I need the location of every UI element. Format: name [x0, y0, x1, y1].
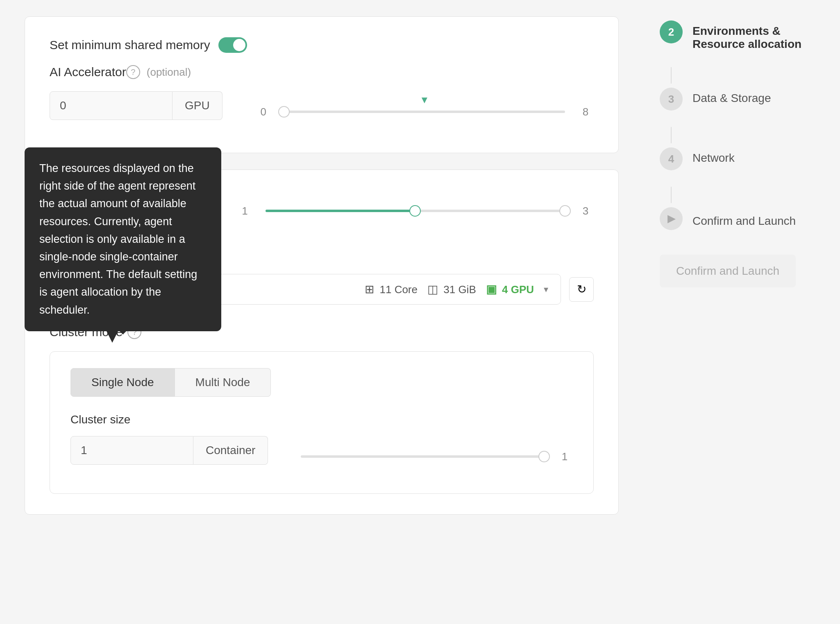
- mem-count: 31: [443, 283, 455, 296]
- step-environments: 2 Environments & Resource allocation: [660, 20, 824, 51]
- step-2-number: 2: [668, 26, 674, 38]
- step-3-circle: 3: [660, 88, 683, 111]
- step-network: 4 Network: [660, 147, 824, 170]
- ai-accelerator-card: Set minimum shared memory AI Accelerator…: [25, 16, 619, 153]
- cluster-size-input[interactable]: [70, 436, 193, 465]
- ai-accelerator-optional: (optional): [147, 66, 191, 79]
- ai-accelerator-input[interactable]: [50, 91, 173, 120]
- core-count: 11: [379, 283, 391, 296]
- ai-accelerator-slider-container: 0 ▼ 8: [255, 106, 594, 118]
- step-connector-4-launch: [671, 187, 672, 203]
- ai-slider-max: 8: [577, 106, 594, 118]
- tooltip-text: The resources displayed on the right sid…: [39, 162, 197, 316]
- cluster-size-slider[interactable]: [301, 455, 544, 458]
- sidebar: 2 Environments & Resource allocation 3 D…: [643, 0, 840, 624]
- step-connector-3-4: [671, 127, 672, 143]
- refresh-icon: ↻: [577, 283, 586, 296]
- cluster-size-slider-container: 1: [301, 450, 573, 463]
- step-3-number: 3: [668, 93, 674, 106]
- confirm-launch-button[interactable]: Confirm and Launch: [660, 255, 796, 287]
- slider-dropdown-arrow: ▼: [420, 94, 429, 106]
- worker-slider-min: 1: [237, 205, 253, 217]
- ai-accelerator-label: AI Accelerator: [50, 65, 126, 79]
- step-2-circle: 2: [660, 20, 683, 43]
- mem-unit: GiB: [458, 283, 476, 296]
- core-spec: ⊞ 11 Core: [365, 283, 418, 296]
- worker-slider-max: 3: [577, 205, 594, 217]
- gpu-unit: GPU: [511, 283, 534, 296]
- step-confirm-launch: ▶ Confirm and Launch: [660, 207, 824, 230]
- step-connector-2-3: [671, 67, 672, 84]
- cluster-size-input-row: Container: [70, 436, 268, 465]
- mem-icon: ◫: [427, 283, 438, 296]
- ai-accelerator-input-row: GPU: [50, 91, 222, 120]
- core-unit: Core: [395, 283, 418, 296]
- agent-refresh-button[interactable]: ↻: [569, 277, 594, 302]
- shared-memory-label: Set minimum shared memory: [50, 38, 210, 52]
- gpu-count: 4: [502, 283, 508, 296]
- cluster-size-label: Cluster size: [70, 413, 573, 426]
- cluster-size-unit: Container: [193, 436, 268, 465]
- cluster-tab-row: Single Node Multi Node: [70, 368, 573, 397]
- multi-node-tab[interactable]: Multi Node: [175, 368, 271, 397]
- ai-accelerator-slider[interactable]: ▼: [284, 111, 565, 113]
- cluster-mode-card: Single Node Multi Node Cluster size Cont…: [50, 351, 594, 494]
- shared-memory-row: Set minimum shared memory: [50, 37, 594, 53]
- play-icon: ▶: [667, 213, 675, 224]
- worker-slider-container: 1 3: [237, 205, 594, 217]
- step-4-label: Network: [692, 147, 735, 165]
- single-node-tab[interactable]: Single Node: [70, 368, 175, 397]
- step-4-number: 4: [668, 153, 674, 165]
- step-confirm-label: Confirm and Launch: [692, 210, 796, 228]
- tooltip-box: The resources displayed on the right sid…: [25, 147, 221, 331]
- ai-accelerator-unit: GPU: [173, 91, 222, 120]
- step-4-circle: 4: [660, 147, 683, 170]
- mem-spec: ◫ 31 GiB: [427, 283, 476, 296]
- agent-specs: ⊞ 11 Core ◫ 31 GiB ▣ 4 GPU ▾: [365, 283, 548, 296]
- gpu-icon: ▣: [486, 283, 497, 296]
- ai-accelerator-row: AI Accelerator ? (optional): [50, 65, 594, 79]
- step-2-label: Environments & Resource allocation: [692, 20, 824, 51]
- step-play-circle: ▶: [660, 207, 683, 230]
- ai-slider-min: 0: [255, 106, 272, 118]
- shared-memory-toggle[interactable]: [218, 37, 247, 53]
- step-data-storage: 3 Data & Storage: [660, 88, 824, 111]
- gpu-spec: ▣ 4 GPU: [486, 283, 534, 296]
- worker-slider[interactable]: [266, 210, 565, 212]
- cpu-icon: ⊞: [365, 283, 374, 296]
- ai-accelerator-help-icon[interactable]: ?: [126, 65, 140, 79]
- cluster-slider-value: 1: [556, 450, 573, 463]
- step-3-label: Data & Storage: [692, 88, 771, 105]
- dropdown-chevron-icon: ▾: [544, 284, 548, 295]
